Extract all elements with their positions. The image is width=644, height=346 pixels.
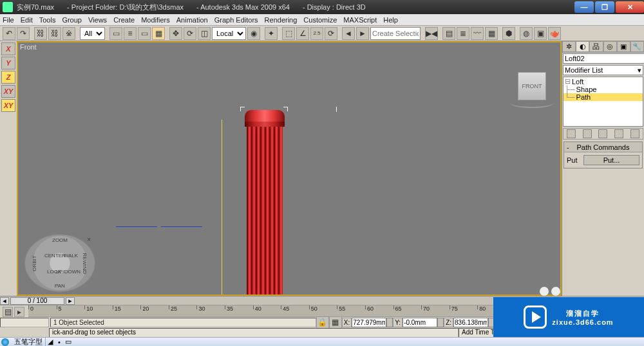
time-prev-icon[interactable]: ◄ <box>0 297 9 305</box>
trackbar-filter-icon[interactable]: ▸ <box>14 307 24 317</box>
menu-edit[interactable]: Edit <box>21 16 33 24</box>
undo-icon[interactable]: ↶ <box>3 27 15 40</box>
select-move-icon[interactable]: ✥ <box>169 27 182 40</box>
material-editor-icon[interactable]: ⬢ <box>502 27 515 40</box>
axis-xy2-button[interactable]: XY <box>1 99 15 112</box>
axis-y-button[interactable]: Y <box>1 57 15 69</box>
show-end-result-icon[interactable] <box>583 129 592 138</box>
time-next-icon[interactable]: ► <box>66 297 75 305</box>
motion-tab-icon[interactable]: ◎ <box>603 41 617 52</box>
hierarchy-tab-icon[interactable]: 品 <box>589 41 603 52</box>
sw-zoom[interactable]: ZOOM <box>52 237 68 243</box>
redo-icon[interactable]: ↷ <box>17 27 30 40</box>
menu-help[interactable]: Help <box>383 16 398 24</box>
select-object-icon[interactable]: ▭ <box>109 27 122 40</box>
configure-sets-icon[interactable] <box>630 129 639 138</box>
viewport[interactable]: Front FRONT × ZOOM PAN ORBIT REWIND CENT… <box>17 41 562 296</box>
select-by-name-icon[interactable]: ≡ <box>124 27 137 40</box>
curve-editor-icon[interactable]: 〰 <box>471 27 484 40</box>
track-bar[interactable]: 051015202530354045505560657075808590 <box>28 305 562 317</box>
named-sel-next-icon[interactable]: ► <box>356 27 369 40</box>
sw-walk[interactable]: WALK <box>64 253 78 259</box>
percent-snap-icon[interactable]: 2.5 <box>310 27 323 40</box>
transform-typein-mode-icon[interactable]: ▦ <box>329 316 342 329</box>
remove-modifier-icon[interactable] <box>614 129 623 138</box>
selection-filter-select[interactable]: All <box>80 27 105 40</box>
trackbar-keymode-icon[interactable]: ▤ <box>3 307 13 317</box>
sw-pan[interactable]: PAN <box>55 283 65 289</box>
sw-center[interactable]: CENTER <box>44 253 66 259</box>
x-spinner[interactable] <box>386 318 393 327</box>
bind-spacewarp-icon[interactable]: ※ <box>62 27 75 40</box>
menu-customize[interactable]: Customize <box>303 16 337 24</box>
stack-item-shape[interactable]: ├─Shape <box>564 86 643 93</box>
select-region-rect-icon[interactable]: ▭ <box>138 27 151 40</box>
pin-stack-icon[interactable] <box>567 129 576 138</box>
menu-views[interactable]: Views <box>88 16 107 24</box>
loft-column-object[interactable] <box>245 110 285 295</box>
viewport-label[interactable]: Front <box>18 42 39 51</box>
select-scale-icon[interactable]: ◫ <box>198 27 211 40</box>
schematic-view-icon[interactable]: ▦ <box>485 27 498 40</box>
menu-tools[interactable]: Tools <box>39 16 56 24</box>
link-icon[interactable]: ⛓ <box>34 27 47 40</box>
named-selection-input[interactable] <box>370 27 421 40</box>
ime-tool-2-icon[interactable]: • <box>55 338 64 346</box>
select-region-window-icon[interactable]: ▦ <box>152 27 165 40</box>
pivot-center-icon[interactable]: ◉ <box>247 27 260 40</box>
menu-group[interactable]: Group <box>62 16 82 24</box>
start-orb-icon[interactable] <box>1 338 9 346</box>
render-setup-icon[interactable]: ◍ <box>520 27 533 40</box>
ref-coord-select[interactable]: Local <box>212 27 246 40</box>
angle-snap-icon[interactable]: ∠ <box>296 27 309 40</box>
modifier-stack[interactable]: ⊟Loft ├─Shape └─Path <box>563 77 643 127</box>
window-minimize-button[interactable]: — <box>574 1 594 13</box>
menu-create[interactable]: Create <box>113 16 135 24</box>
mirror-icon[interactable]: ▶◀ <box>425 27 438 40</box>
lock-selection-icon[interactable]: 🔒 <box>316 316 329 329</box>
time-slider-thumb[interactable]: 0 / 100 <box>10 297 64 305</box>
window-maximize-button[interactable]: ❐ <box>595 1 614 13</box>
sw-rewind[interactable]: REWIND <box>81 253 87 273</box>
window-close-button[interactable]: ✕ <box>616 1 644 13</box>
menu-graph-editors[interactable]: Graph Editors <box>214 16 258 24</box>
axis-xy-button[interactable]: XY <box>1 85 15 98</box>
align-icon[interactable]: ▤ <box>442 27 455 40</box>
sw-updown[interactable]: UP/DOWN <box>55 269 80 275</box>
time-slider[interactable]: ◄ 0 / 100 ► <box>0 296 562 305</box>
menu-maxscript[interactable]: MAXScript <box>343 16 377 24</box>
named-sel-prev-icon[interactable]: ◄ <box>342 27 355 40</box>
create-tab-icon[interactable]: ✲ <box>562 41 576 52</box>
x-input[interactable] <box>352 318 386 327</box>
modifier-list-dropdown[interactable]: Modifier List▾ <box>563 65 643 75</box>
menu-modifiers[interactable]: Modifiers <box>141 16 170 24</box>
steering-wheel-close-icon[interactable]: × <box>87 236 91 243</box>
menu-rendering[interactable]: Rendering <box>265 16 298 24</box>
select-rotate-icon[interactable]: ⟳ <box>184 27 196 40</box>
rendered-frame-icon[interactable]: ▣ <box>534 27 547 40</box>
sw-orbit[interactable]: ORBIT <box>32 255 37 271</box>
unlink-icon[interactable]: ⛓ <box>48 27 61 40</box>
render-production-icon[interactable]: 🫖 <box>548 27 561 40</box>
viewcube[interactable]: FRONT <box>518 72 546 100</box>
display-tab-icon[interactable]: ▣ <box>617 41 630 52</box>
ime-tool-3-icon[interactable]: ▭ <box>64 338 73 346</box>
stack-item-loft[interactable]: ⊟Loft <box>564 77 643 86</box>
os-taskbar[interactable]: 五笔字型 ◢ • ▭ <box>0 337 644 346</box>
utilities-tab-icon[interactable]: 🔧 <box>630 41 644 52</box>
z-input[interactable] <box>453 318 488 327</box>
layers-icon[interactable]: ≣ <box>457 27 469 40</box>
rollout-header[interactable]: - Path Commands <box>564 142 642 152</box>
stack-item-path[interactable]: └─Path <box>564 93 643 101</box>
ime-indicator[interactable]: 五笔字型 <box>12 337 46 346</box>
put-button[interactable]: Put... <box>583 155 639 165</box>
object-name-input[interactable] <box>563 53 644 64</box>
axis-x-button[interactable]: X <box>1 42 15 55</box>
menu-animation[interactable]: Animation <box>176 16 208 24</box>
viewcube-ring[interactable] <box>510 98 554 108</box>
snap-toggle-icon[interactable]: ⬚ <box>282 27 295 40</box>
select-manipulate-icon[interactable]: ✦ <box>265 27 278 40</box>
steering-wheel[interactable]: × ZOOM PAN ORBIT REWIND CENTER WALK LOOK… <box>24 234 95 292</box>
menu-file[interactable]: File <box>3 16 14 24</box>
y-input[interactable] <box>402 318 437 327</box>
